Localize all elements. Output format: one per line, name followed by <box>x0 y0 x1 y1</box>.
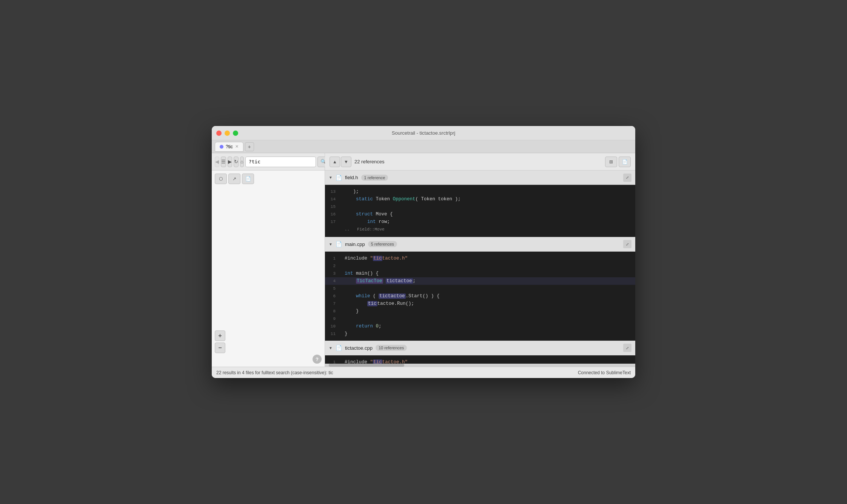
file-button[interactable]: 📄 <box>242 174 254 184</box>
code-block-main-cpp: 1 #include "tictactoe.h" 2 3 in <box>325 252 635 341</box>
file-header-tictactoe-cpp: ▼ 📄 tictactoe.cpp 10 references ⤢ <box>325 341 635 355</box>
bottom-controls: + − ? <box>215 330 322 364</box>
status-right: Connected to SublimeText <box>578 370 631 375</box>
minimize-button[interactable] <box>225 131 230 136</box>
code-line: 11 } <box>325 330 635 338</box>
collapse-icon-field-h[interactable]: ▼ <box>329 175 333 180</box>
code-line: 1 #include "tictactoe.h" <box>325 255 635 262</box>
expand-button-main-cpp[interactable]: ⤢ <box>623 240 631 248</box>
filename-main-cpp[interactable]: main.cpp <box>345 241 365 247</box>
file-icon-field-h: 📄 <box>336 175 342 181</box>
navigate-button[interactable]: ↗ <box>228 174 240 184</box>
code-line: 1 #include "tictactoe.h" <box>325 358 635 364</box>
left-content: ⬡ ↗ 📄 + − ? <box>212 171 325 367</box>
right-header: ▲ ▼ 22 references ⊞ 📄 <box>325 153 635 171</box>
code-line: 17 int row; <box>325 218 635 226</box>
collapse-icon-tictactoe-cpp[interactable]: ▼ <box>329 346 333 350</box>
left-icons: ⬡ ↗ 📄 <box>215 174 322 184</box>
code-panels: ▼ 📄 field.h 1 reference ⤢ 13 ); <box>325 171 635 364</box>
code-line: 6 while ( tictactoe.Start() ) { <box>325 292 635 300</box>
graph-button[interactable]: ⬡ <box>215 174 227 184</box>
file-view-button[interactable]: 📄 <box>619 157 631 167</box>
zoom-in-button[interactable]: + <box>215 330 225 341</box>
filename-tictactoe-cpp[interactable]: tictactoe.cpp <box>345 345 373 351</box>
close-button[interactable] <box>216 131 222 136</box>
ref-badge-field-h: 1 reference <box>361 175 388 181</box>
main-area: ◀ ☰ ▶ ↻ ⌂ 🔍 ☆ ⊟ ⬡ ↗ 📄 <box>212 153 635 367</box>
zoom-out-button[interactable]: − <box>215 343 225 353</box>
code-line: 9 <box>325 315 635 323</box>
nav-arrows: ▲ ▼ <box>330 157 351 167</box>
code-line: 14 static Token Opponent( Token token ); <box>325 195 635 203</box>
tab-label: ?tic <box>226 144 233 149</box>
prev-ref-button[interactable]: ▲ <box>330 157 340 167</box>
left-toolbar: ◀ ☰ ▶ ↻ ⌂ 🔍 ☆ ⊟ <box>212 153 325 171</box>
right-panel: ▲ ▼ 22 references ⊞ 📄 ▼ 📄 field.h <box>325 153 635 367</box>
tab-bar: ?tic ✕ + <box>212 140 635 153</box>
expand-button-field-h[interactable]: ⤢ <box>623 174 631 182</box>
scrollbar[interactable] <box>325 364 635 367</box>
window-title: Sourcetrail - tictactoe.srctrlprj <box>392 130 455 136</box>
maximize-button[interactable] <box>233 131 238 136</box>
code-line: 15 <box>325 203 635 211</box>
file-header-main-cpp: ▼ 📄 main.cpp 5 references ⤢ <box>325 237 635 252</box>
right-buttons: ⊞ 📄 <box>605 157 631 167</box>
new-tab-button[interactable]: + <box>245 142 254 151</box>
status-bar: 22 results in 4 files for fulltext searc… <box>212 367 635 378</box>
code-line: 8 } <box>325 307 635 315</box>
code-line: 7 tictactoe.Run(); <box>325 300 635 307</box>
code-line: 3 int main() { <box>325 270 635 277</box>
list-button[interactable]: ☰ <box>221 157 226 167</box>
home-button[interactable]: ⌂ <box>240 157 244 167</box>
code-line: 16 struct Move { <box>325 211 635 218</box>
status-left: 22 results in 4 files for fulltext searc… <box>216 370 333 375</box>
file-icon-tictactoe-cpp: 📄 <box>336 345 342 351</box>
ref-badge-tictactoe-cpp: 10 references <box>376 345 407 351</box>
code-line: 5 <box>325 285 635 292</box>
code-line: 2 <box>325 262 635 270</box>
tab-indicator <box>220 145 223 149</box>
file-section-tictactoe-cpp: ▼ 📄 tictactoe.cpp 10 references ⤢ 1 #inc… <box>325 341 635 364</box>
expand-button-tictactoe-cpp[interactable]: ⤢ <box>623 344 631 352</box>
code-line: 10 return 0; <box>325 323 635 330</box>
tab-close-button[interactable]: ✕ <box>235 144 239 149</box>
file-section-main-cpp: ▼ 📄 main.cpp 5 references ⤢ 1 #include "… <box>325 237 635 341</box>
tab-tic[interactable]: ?tic ✕ <box>215 142 243 152</box>
app-window: Sourcetrail - tictactoe.srctrlprj ?tic ✕… <box>212 126 635 378</box>
code-line: 13 ); <box>325 188 635 195</box>
title-bar: Sourcetrail - tictactoe.srctrlprj <box>212 126 635 140</box>
reference-count: 22 references <box>354 159 602 164</box>
code-block-field-h: 13 ); 14 static Token Opponent( Token to… <box>325 185 635 237</box>
file-section-field-h: ▼ 📄 field.h 1 reference ⤢ 13 ); <box>325 171 635 237</box>
traffic-lights <box>216 131 238 136</box>
forward-button[interactable]: ▶ <box>228 157 232 167</box>
search-input[interactable] <box>245 157 316 167</box>
help-button[interactable]: ? <box>313 355 322 364</box>
next-ref-button[interactable]: ▼ <box>341 157 351 167</box>
code-line-ellipsis: .. Field::Move <box>325 226 635 234</box>
file-header-field-h: ▼ 📄 field.h 1 reference ⤢ <box>325 171 635 185</box>
code-block-tictactoe-cpp: 1 #include "tictactoe.h" 2 <box>325 355 635 364</box>
file-icon-main-cpp: 📄 <box>336 241 342 247</box>
grid-view-button[interactable]: ⊞ <box>605 157 617 167</box>
collapse-icon-main-cpp[interactable]: ▼ <box>329 242 333 246</box>
scrollbar-thumb[interactable] <box>329 364 404 367</box>
ref-badge-main-cpp: 5 references <box>368 241 397 247</box>
code-line: 4 TicTacToe tictactoe; <box>325 277 635 285</box>
refresh-button[interactable]: ↻ <box>234 157 239 167</box>
left-panel: ◀ ☰ ▶ ↻ ⌂ 🔍 ☆ ⊟ ⬡ ↗ 📄 <box>212 153 325 367</box>
back-button[interactable]: ◀ <box>215 157 219 167</box>
filename-field-h[interactable]: field.h <box>345 175 358 180</box>
